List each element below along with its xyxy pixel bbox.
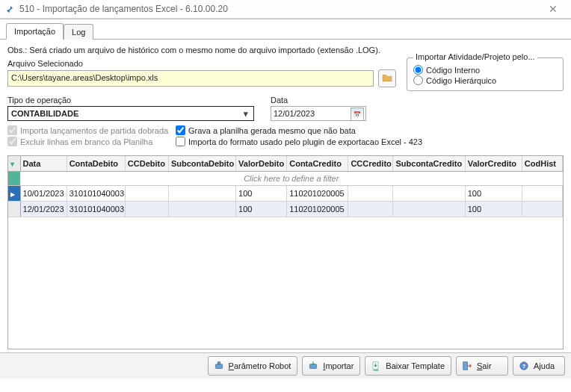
radio-codigo-interno-label: Código Interno (426, 66, 480, 75)
check-partida: Importa lançamentos de partida dobrada (7, 125, 176, 135)
help-icon: ? (518, 360, 530, 372)
cell-valordebito[interactable]: 100 (236, 202, 287, 217)
svg-text:?: ? (522, 363, 526, 370)
op-label: Tipo de operação (7, 96, 254, 105)
sair-label: Sair (477, 361, 492, 370)
folder-icon (382, 73, 392, 84)
row-handle[interactable] (8, 186, 20, 202)
cell-data[interactable]: 10/01/2023 (20, 186, 67, 202)
check-formato423[interactable]: Importa do formato usado pelo plugin de … (176, 137, 564, 146)
svg-rect-4 (463, 362, 468, 370)
date-value: 12/01/2023 (274, 109, 315, 118)
radio-codigo-hierarquico-label: Código Hierárquico (426, 76, 496, 85)
close-button[interactable]: ✕ (540, 1, 567, 17)
cell-valorcredito[interactable]: 100 (465, 202, 522, 217)
radio-codigo-interno[interactable]: Código Interno (413, 65, 557, 75)
radio-codigo-hierarquico[interactable]: Código Hierárquico (413, 75, 557, 85)
check-grava[interactable]: Grava a planilha gerada mesmo que não ba… (176, 125, 564, 135)
cell-contacredito[interactable]: 110201020005 (287, 202, 348, 217)
radio-codigo-interno-input[interactable] (413, 65, 423, 75)
download-icon (370, 360, 382, 372)
import-by-title: Importar Atividade/Projeto pelo... (413, 52, 537, 61)
grid[interactable]: ▾ Data ContaDebito CCDebito SubcontaDebi… (7, 155, 564, 349)
date-label: Data (271, 96, 366, 105)
cell-contacredito[interactable]: 110201020005 (287, 186, 348, 202)
browse-button[interactable] (378, 69, 396, 87)
radio-codigo-hierarquico-input[interactable] (413, 75, 423, 85)
chevron-down-icon: ▾ (240, 107, 252, 120)
check-formato423-label: Importa do formato usado pelo plugin de … (188, 137, 422, 146)
op-value: CONTABILIDADE (11, 109, 78, 118)
col-subcredito[interactable]: SubcontaCredito (393, 156, 465, 172)
sair-button[interactable]: Sair (456, 356, 508, 376)
titlebar: 510 - Importação de lançamentos Excel - … (0, 0, 571, 19)
check-partida-label: Importa lançamentos de partida dobrada (20, 126, 168, 135)
check-grava-label: Grava a planilha gerada mesmo que não ba… (188, 126, 356, 135)
svg-rect-0 (215, 364, 222, 369)
window-title: 510 - Importação de lançamentos Excel - … (19, 4, 540, 14)
cell-contadebito[interactable]: 310101040003 (67, 202, 125, 217)
cell-codhist[interactable] (522, 202, 562, 217)
col-valordebito[interactable]: ValorDebito (236, 156, 287, 172)
filter-funnel-cell[interactable]: ▾ (8, 156, 20, 172)
exit-icon (461, 360, 473, 372)
col-valorcredito[interactable]: ValorCredito (465, 156, 522, 172)
tab-log[interactable]: Log (64, 24, 93, 40)
grid-filter-hint[interactable]: Click here to define a filter (20, 172, 562, 186)
cell-contadebito[interactable]: 310101040003 (67, 186, 125, 202)
row-handle[interactable] (8, 202, 20, 217)
cell-valorcredito[interactable]: 100 (465, 186, 522, 202)
baixar-template-button[interactable]: Baixar Template (365, 356, 451, 376)
baixar-template-label: Baixar Template (386, 361, 445, 370)
cell-subcredito[interactable] (393, 186, 465, 202)
cell-ccdebito[interactable] (125, 186, 168, 202)
robot-icon (213, 360, 225, 372)
import-by-group: Importar Atividade/Projeto pelo... Códig… (407, 57, 564, 91)
button-bar: Parâmetro Robot Importar Baixar Template… (0, 352, 571, 379)
col-subdebito[interactable]: SubcontaDebito (168, 156, 235, 172)
check-excluir-input (7, 137, 17, 146)
cell-valordebito[interactable]: 100 (236, 186, 287, 202)
cell-subdebito[interactable] (168, 202, 235, 217)
cell-cccredito[interactable] (348, 186, 393, 202)
grid-header-row: ▾ Data ContaDebito CCDebito SubcontaDebi… (8, 156, 563, 172)
importar-label: Importar (323, 361, 354, 370)
cell-ccdebito[interactable] (125, 202, 168, 217)
check-partida-input (7, 125, 17, 135)
tab-importacao[interactable]: Importação (6, 23, 64, 40)
col-contacredito[interactable]: ContaCredito (287, 156, 348, 172)
ajuda-label: Ajuda (534, 361, 555, 370)
file-path-input[interactable]: C:\Users\tayane.areas\Desktop\impo.xls (7, 70, 374, 87)
table-row[interactable]: 10/01/2023310101040003100110201020005100 (8, 186, 563, 202)
col-codhist[interactable]: CodHist (522, 156, 562, 172)
col-contadebito[interactable]: ContaDebito (67, 156, 125, 172)
col-ccdebito[interactable]: CCDebito (125, 156, 168, 172)
calendar-icon[interactable]: 📅 (351, 108, 364, 121)
check-grava-input[interactable] (176, 125, 185, 135)
tab-strip: Importação Log (0, 22, 571, 40)
parametro-robot-label: Parâmetro Robot (229, 361, 291, 370)
tab-panel-importacao: Obs.: Será criado um arquivo de históric… (0, 40, 571, 149)
check-excluir: Excluir linhas em branco da Planilha (7, 137, 176, 146)
cell-codhist[interactable] (522, 186, 562, 202)
grid-filter-row[interactable]: Click here to define a filter (8, 172, 563, 186)
col-data[interactable]: Data (20, 156, 67, 172)
check-formato423-input[interactable] (176, 137, 185, 146)
cell-cccredito[interactable] (348, 202, 393, 217)
funnel-icon: ▾ (10, 160, 14, 168)
importar-button[interactable]: Importar (302, 356, 360, 376)
file-label: Arquivo Selecionado (7, 59, 396, 68)
ajuda-button[interactable]: ? Ajuda (513, 356, 565, 376)
check-excluir-label: Excluir linhas em branco da Planilha (20, 137, 152, 146)
op-combo[interactable]: CONTABILIDADE ▾ (7, 106, 254, 121)
import-icon (307, 360, 319, 372)
pin-icon (4, 4, 15, 14)
table-row[interactable]: 12/01/2023310101040003100110201020005100 (8, 202, 563, 217)
col-cccredito[interactable]: CCCredito (348, 156, 393, 172)
cell-subcredito[interactable] (393, 202, 465, 217)
svg-rect-1 (217, 362, 220, 364)
date-input[interactable]: 12/01/2023 📅 (271, 106, 366, 121)
parametro-robot-button[interactable]: Parâmetro Robot (208, 356, 298, 376)
cell-data[interactable]: 12/01/2023 (20, 202, 67, 217)
cell-subdebito[interactable] (168, 186, 235, 202)
